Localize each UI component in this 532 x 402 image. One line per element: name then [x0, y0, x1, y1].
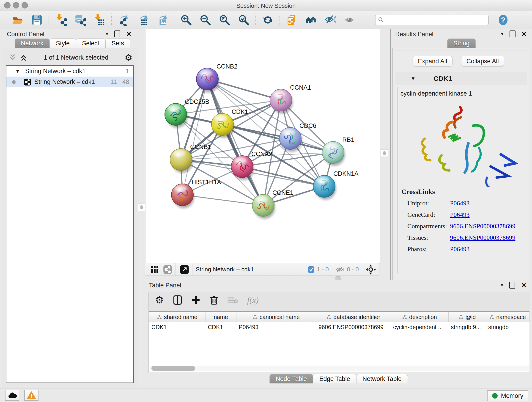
show-all-button[interactable] — [344, 14, 355, 26]
network-overview-icon[interactable] — [163, 265, 172, 274]
tab-style[interactable]: Style — [50, 38, 76, 48]
export-table-button[interactable] — [137, 14, 148, 26]
node-label: CDC25B — [185, 98, 209, 105]
column-header-shared-name[interactable]: shared name — [149, 312, 206, 322]
right-splitter-handle[interactable] — [381, 149, 388, 157]
zoom-fit-icon — [219, 14, 230, 26]
network-collection-row[interactable]: ▼ String Network – cdk1 1 — [6, 66, 133, 77]
network-node[interactable]: CCNB2 — [196, 63, 238, 93]
column-header-database-identifier[interactable]: database identifier — [316, 312, 391, 322]
zoom-in-button[interactable] — [180, 14, 192, 26]
horizontal-splitter-handle[interactable] — [335, 276, 341, 280]
tab-select[interactable]: Select — [76, 38, 105, 48]
search-field[interactable] — [375, 15, 489, 25]
left-splitter-handle[interactable] — [138, 204, 145, 211]
cloud-button[interactable] — [5, 390, 19, 401]
tab-edge-table[interactable]: Edge Table — [313, 374, 356, 383]
warnings-button[interactable] — [24, 390, 38, 401]
refresh-button[interactable] — [262, 14, 273, 26]
tab-string[interactable]: String — [447, 38, 476, 48]
help-button[interactable]: ? — [497, 14, 509, 26]
fit-selected-crosshair-icon[interactable] — [365, 264, 376, 275]
cell-name[interactable]: CDK1 — [206, 322, 236, 332]
delete-column-trash-icon[interactable] — [210, 295, 218, 305]
network-row[interactable]: String Network – cdk1 11 48 — [6, 77, 133, 87]
close-panel-icon[interactable]: ✕ — [521, 281, 526, 289]
crosslink-link[interactable]: P06493 — [450, 200, 470, 207]
expand-all-button[interactable]: Expand All — [413, 56, 452, 66]
collapse-all-button[interactable]: Collapse All — [461, 56, 504, 66]
crosslink-link[interactable]: 9606.ENSP00000378699 — [450, 234, 515, 241]
tab-sets[interactable]: Sets — [105, 38, 130, 48]
open-folder-button[interactable] — [12, 14, 23, 26]
panel-menu-icon[interactable]: ▾ — [106, 31, 108, 37]
cell-canonical-name[interactable]: P06493 — [236, 322, 316, 332]
cell-description[interactable]: cyclin-dependent ... — [391, 322, 449, 332]
network-edge[interactable] — [182, 79, 207, 195]
network-node[interactable]: CCNA1 — [270, 84, 311, 114]
search-input[interactable] — [384, 17, 481, 23]
gene-expander-icon[interactable]: ▼ — [411, 76, 416, 82]
network-node[interactable]: RB1 — [322, 136, 355, 166]
zoom-fit-button[interactable] — [219, 14, 230, 26]
import-table-button[interactable] — [94, 14, 105, 26]
network-canvas[interactable]: CCNB2 CCNA1 CDC25B CDK1 CDC6 RB1 CCNB1 C… — [145, 29, 380, 264]
column-header-description[interactable]: description — [391, 312, 449, 322]
expand-all-icon[interactable] — [20, 53, 27, 62]
network-type-icon — [24, 78, 31, 86]
export-image-button[interactable] — [156, 14, 168, 26]
gene-description: cyclin-dependent kinase 1 — [400, 90, 472, 97]
show-columns-icon[interactable] — [173, 295, 182, 305]
create-column-plus-icon[interactable] — [191, 295, 201, 305]
table-options-gear-icon[interactable]: ⚙ — [155, 295, 164, 305]
birds-eye-view-icon[interactable] — [150, 265, 159, 274]
table-hscrollbar-thumb[interactable] — [152, 366, 195, 371]
tab-network-table[interactable]: Network Table — [356, 374, 408, 383]
cell-database-identifier[interactable]: 9606.ENSP00000378699 — [316, 322, 391, 332]
import-network-button[interactable] — [55, 14, 67, 26]
close-panel-icon[interactable]: ✕ — [521, 30, 527, 38]
panel-menu-icon[interactable]: ▾ — [500, 282, 503, 288]
network-node[interactable]: CDKN1A — [313, 170, 359, 200]
first-neighbors-button[interactable] — [305, 14, 317, 26]
network-options-gear-icon[interactable]: ⚙ — [125, 53, 133, 62]
import-database-button[interactable] — [75, 14, 86, 26]
close-panel-icon[interactable]: ✕ — [126, 30, 132, 38]
gene-section-header[interactable]: ▼ CDK1 — [395, 72, 527, 85]
column-header-namespace[interactable]: namespace — [486, 312, 530, 322]
open-in-window-icon[interactable] — [180, 265, 189, 274]
collection-expander-icon[interactable]: ▼ — [15, 68, 20, 74]
table-row[interactable]: CDK1CDK1P064939606.ENSP00000378699cyclin… — [149, 322, 530, 332]
cell-shared-name[interactable]: CDK1 — [149, 322, 206, 332]
hide-selected-button[interactable] — [325, 14, 336, 26]
column-header-canonical-name[interactable]: canonical name — [236, 312, 316, 322]
crosslink-link[interactable]: 9606.ENSP00000378699 — [450, 223, 515, 230]
zoom-selected-button[interactable] — [238, 14, 249, 26]
zoom-in-icon — [180, 14, 192, 26]
float-panel-icon[interactable] — [509, 282, 515, 288]
network-node[interactable]: HIST1H1A — [171, 179, 221, 208]
zoom-out-button[interactable] — [200, 14, 211, 26]
column-header-name[interactable]: name — [206, 312, 236, 322]
crosslink-link[interactable]: P06493 — [450, 211, 470, 218]
float-panel-icon[interactable] — [510, 31, 515, 37]
selected-nodes-checkbox-icon[interactable] — [308, 266, 315, 273]
column-header--id[interactable]: @id — [449, 312, 486, 322]
network-edge[interactable] — [182, 195, 263, 205]
crosslink-link[interactable]: P06493 — [450, 245, 470, 253]
tab-node-table[interactable]: Node Table — [269, 374, 313, 383]
memory-button[interactable]: Memory — [487, 390, 528, 401]
panel-menu-icon[interactable]: ▾ — [501, 31, 503, 37]
collapse-all-icon[interactable] — [9, 53, 17, 62]
table-hscrollbar[interactable] — [150, 366, 529, 371]
tab-network[interactable]: Network — [15, 38, 50, 48]
node-label: CCNA2 — [251, 151, 272, 157]
export-network-button[interactable] — [118, 14, 129, 26]
cell-namespace[interactable]: stringdb — [486, 322, 530, 332]
network-edge[interactable] — [207, 79, 263, 205]
save-floppy-button[interactable] — [31, 14, 43, 26]
protein-structure-image — [402, 100, 521, 187]
float-panel-icon[interactable] — [114, 31, 120, 37]
duplicate-network-button[interactable] — [286, 14, 298, 26]
cell--id[interactable]: stringdb:9... — [449, 322, 486, 332]
